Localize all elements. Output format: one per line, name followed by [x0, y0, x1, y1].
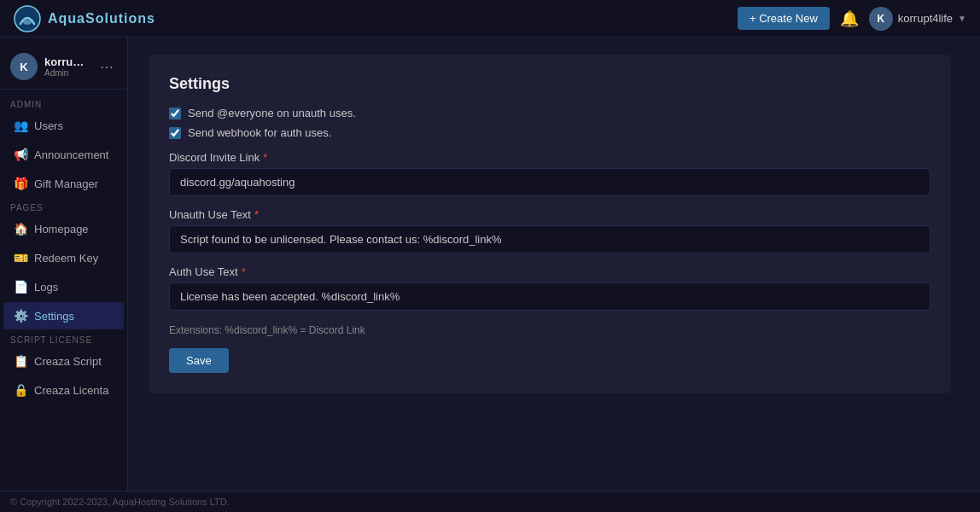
sidebar-role: Admin — [44, 68, 90, 78]
sidebar-user-section: K korrupt4life Admin ⋯ — [0, 44, 127, 90]
unauth-use-text-label: Unauth Use Text * — [169, 208, 930, 221]
sidebar-item-creaza-licenta[interactable]: 🔒 Creaza Licenta — [3, 376, 124, 404]
sidebar-item-announcement[interactable]: 📢 Announcement — [3, 141, 124, 168]
auth-use-text-input[interactable] — [169, 282, 930, 311]
discord-invite-link-label: Discord Invite Link * — [169, 151, 930, 164]
main-content: Settings Send @everyone on unauth uses. … — [128, 38, 980, 491]
required-star-2: * — [254, 208, 259, 221]
sidebar-item-redeem-key-label: Redeem Key — [34, 252, 98, 265]
checkbox-webhook[interactable] — [169, 127, 181, 139]
avatar: K — [869, 7, 893, 31]
save-button[interactable]: Save — [169, 348, 229, 373]
script-icon: 📋 — [14, 354, 27, 368]
sidebar-more-button[interactable]: ⋯ — [96, 57, 117, 77]
extensions-note: Extensions: %discord_link% = Discord Lin… — [169, 324, 930, 336]
sidebar-item-creaza-licenta-label: Creaza Licenta — [34, 384, 108, 397]
sidebar-item-settings-label: Settings — [34, 310, 74, 323]
sidebar-item-creaza-script-label: Creaza Script — [34, 355, 102, 368]
users-icon: 👥 — [14, 119, 27, 132]
checkbox-webhook-label: Send webhook for auth uses. — [188, 126, 331, 139]
required-star: * — [263, 151, 267, 164]
script-license-section-label: Script License — [0, 330, 127, 346]
sidebar-item-logs[interactable]: 📄 Logs — [3, 273, 124, 300]
required-star-3: * — [242, 265, 246, 278]
user-menu[interactable]: K korrupt4life ▼ — [869, 7, 966, 31]
sidebar-item-homepage-label: Homepage — [34, 223, 89, 236]
checkbox-unauth-row: Send @everyone on unauth uses. — [169, 107, 930, 119]
create-new-button[interactable]: + Create New — [738, 7, 830, 30]
logo-text: AquaSolutions — [48, 11, 155, 26]
checkbox-unauth[interactable] — [169, 108, 181, 119]
auth-use-text-label: Auth Use Text * — [169, 265, 930, 278]
sidebar-item-users[interactable]: 👥 Users — [3, 112, 124, 139]
sidebar-item-homepage[interactable]: 🏠 Homepage — [3, 215, 124, 242]
create-new-label: + Create New — [750, 12, 818, 25]
logs-icon: 📄 — [14, 280, 27, 294]
svg-point-1 — [23, 20, 32, 25]
auth-use-text-group: Auth Use Text * — [169, 265, 930, 311]
topnav-username: korrupt4life — [898, 12, 953, 25]
discord-invite-link-input[interactable] — [169, 168, 930, 196]
announcement-icon: 📢 — [14, 148, 27, 161]
sidebar-item-redeem-key[interactable]: 🎫 Redeem Key — [3, 244, 124, 271]
settings-icon: ⚙️ — [14, 309, 27, 323]
settings-card: Settings Send @everyone on unauth uses. … — [149, 55, 951, 393]
notifications-button[interactable]: 🔔 — [840, 9, 859, 28]
sidebar-item-users-label: Users — [34, 119, 63, 132]
sidebar-item-announcement-label: Announcement — [34, 148, 108, 161]
discord-invite-link-group: Discord Invite Link * — [169, 151, 930, 196]
logo: AquaSolutions — [14, 5, 155, 32]
logo-icon — [14, 5, 41, 32]
sidebar-avatar: K — [10, 53, 38, 80]
lock-icon: 🔒 — [14, 383, 27, 397]
admin-section-label: Admin — [0, 95, 127, 111]
home-icon: 🏠 — [14, 222, 27, 236]
chevron-down-icon: ▼ — [958, 14, 966, 23]
sidebar-item-gift-manager-label: Gift Manager — [34, 177, 98, 190]
topnav-right: + Create New 🔔 K korrupt4life ▼ — [738, 7, 966, 31]
topnav: AquaSolutions + Create New 🔔 K korrupt4l… — [0, 0, 980, 38]
sidebar: K korrupt4life Admin ⋯ Admin 👥 Users 📢 A… — [0, 38, 128, 491]
sidebar-item-creaza-script[interactable]: 📋 Creaza Script — [3, 347, 124, 375]
sidebar-user-info: korrupt4life Admin — [44, 55, 90, 78]
gift-icon: 🎁 — [14, 177, 27, 190]
pages-section-label: Pages — [0, 198, 127, 214]
layout: K korrupt4life Admin ⋯ Admin 👥 Users 📢 A… — [0, 38, 980, 491]
checkbox-unauth-label: Send @everyone on unauth uses. — [188, 107, 356, 119]
sidebar-username: korrupt4life — [44, 55, 90, 68]
unauth-use-text-input[interactable] — [169, 225, 930, 253]
footer: © Copyright 2022-2023, AquaHosting Solut… — [0, 491, 980, 512]
footer-text: © Copyright 2022-2023, AquaHosting Solut… — [10, 497, 230, 507]
settings-title: Settings — [169, 75, 930, 93]
sidebar-item-settings[interactable]: ⚙️ Settings — [3, 302, 124, 329]
redeem-icon: 🎫 — [14, 251, 27, 265]
checkbox-webhook-row: Send webhook for auth uses. — [169, 126, 930, 139]
sidebar-item-logs-label: Logs — [34, 281, 58, 294]
sidebar-item-gift-manager[interactable]: 🎁 Gift Manager — [3, 170, 124, 197]
unauth-use-text-group: Unauth Use Text * — [169, 208, 930, 253]
